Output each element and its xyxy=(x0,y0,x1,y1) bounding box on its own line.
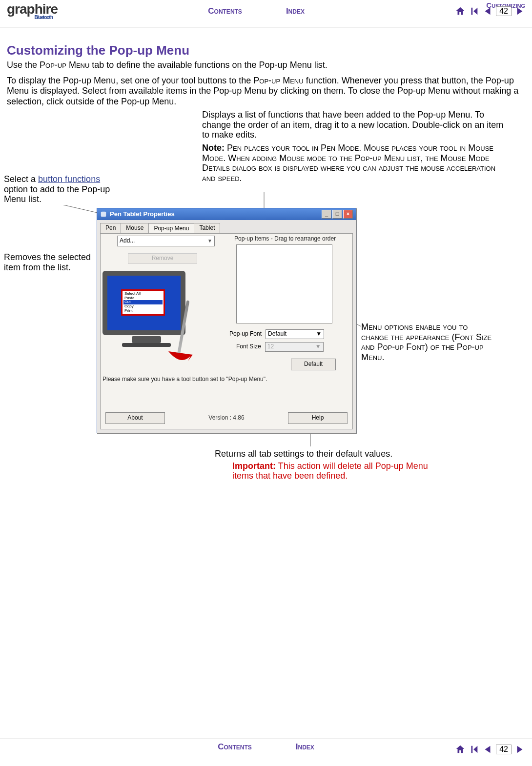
tab-pen[interactable]: Pen xyxy=(100,223,121,233)
intro-paragraph-1: Use the Pop-up Menu tab to define the av… xyxy=(7,60,525,71)
dialog-titlebar: Pen Tablet Properties _ □ × xyxy=(97,208,356,220)
app-icon xyxy=(100,211,107,218)
brand-sub: Bluetooth xyxy=(34,15,53,20)
popup-items-label: Pop-up Items - Drag to rearrange order xyxy=(234,236,336,242)
next-icon[interactable] xyxy=(514,6,525,17)
chevron-down-icon: ▼ xyxy=(316,331,322,338)
dialog-tabs: Pen Mouse Pop-up Menu Tablet xyxy=(97,220,356,233)
home-icon[interactable] xyxy=(455,6,466,17)
mini-menu-illustration: Select All Paste Cut Copy Print xyxy=(121,289,165,316)
chevron-down-icon: ▼ xyxy=(207,238,212,244)
next-icon[interactable] xyxy=(514,744,525,755)
index-link-bottom[interactable]: Index xyxy=(296,742,314,752)
popup-font-select[interactable]: Default▼ xyxy=(266,329,324,339)
popup-items-list[interactable] xyxy=(236,244,332,323)
font-size-label: Font Size xyxy=(236,343,261,350)
minimize-button[interactable]: _ xyxy=(322,210,331,219)
callout-font-options: Menu options enable you to change the ap… xyxy=(361,322,493,363)
tab-tablet[interactable]: Tablet xyxy=(194,223,220,233)
first-icon[interactable] xyxy=(469,6,479,17)
bottom-nav: Contents Index 42 xyxy=(0,739,532,766)
popup-font-label: Pop-up Font xyxy=(229,331,262,338)
callout-default: Returns all tab settings to their defaul… xyxy=(215,449,449,481)
dialog-title-text: Pen Tablet Properties xyxy=(110,211,175,218)
contents-link[interactable]: Contents xyxy=(208,6,242,16)
home-icon[interactable] xyxy=(455,744,466,755)
index-link[interactable]: Index xyxy=(286,6,305,16)
tab-mouse[interactable]: Mouse xyxy=(121,223,149,233)
add-dropdown-label: Add... xyxy=(120,238,135,244)
remove-button[interactable]: Remove xyxy=(128,253,197,264)
chevron-down-icon: ▼ xyxy=(315,343,321,350)
prev-icon[interactable] xyxy=(482,6,493,17)
contents-link-bottom[interactable]: Contents xyxy=(218,742,252,752)
hint-text: Please make sure you have a tool button … xyxy=(102,376,267,383)
version-label: Version : 4.86 xyxy=(208,415,244,422)
brand-logo: graphire Bluetooth xyxy=(7,3,58,20)
callout-popup-items: Displays a list of functions that have b… xyxy=(202,110,510,183)
callout-remove: Removes the selected item from the list. xyxy=(4,252,106,272)
help-button[interactable]: Help xyxy=(288,412,348,424)
default-button[interactable]: Default xyxy=(291,359,336,370)
first-icon[interactable] xyxy=(469,744,479,755)
monitor-illustration: Select All Paste Cut Copy Print xyxy=(102,271,190,354)
intro-paragraph-2: To display the Pop-up Menu, set one of y… xyxy=(7,76,525,107)
tab-popup-menu[interactable]: Pop-up Menu xyxy=(148,223,194,234)
prev-icon[interactable] xyxy=(482,744,493,755)
top-nav: graphire Bluetooth Contents Index 42 xyxy=(0,0,532,27)
callout-add-dropdown: Select a button functions option to add … xyxy=(4,174,111,204)
page-number-bottom: 42 xyxy=(496,745,512,754)
about-button[interactable]: About xyxy=(105,412,165,424)
close-button[interactable]: × xyxy=(343,210,353,219)
button-functions-link[interactable]: button functions xyxy=(38,174,100,184)
add-dropdown[interactable]: Add... ▼ xyxy=(117,236,215,246)
page-title: Customizing the Pop-up Menu xyxy=(7,43,525,58)
tab-body: Add... ▼ Remove Pop-up Items - Drag to r… xyxy=(100,233,353,429)
brand-name: graphire xyxy=(7,3,58,15)
svg-rect-5 xyxy=(101,212,106,217)
maximize-button[interactable]: □ xyxy=(332,210,342,219)
red-arrow-icon xyxy=(166,349,195,363)
dialog-window: Pen Tablet Properties _ □ × Pen Mouse Po… xyxy=(97,208,356,433)
page-number: 42 xyxy=(496,6,512,16)
font-size-select[interactable]: 12▼ xyxy=(265,342,324,352)
